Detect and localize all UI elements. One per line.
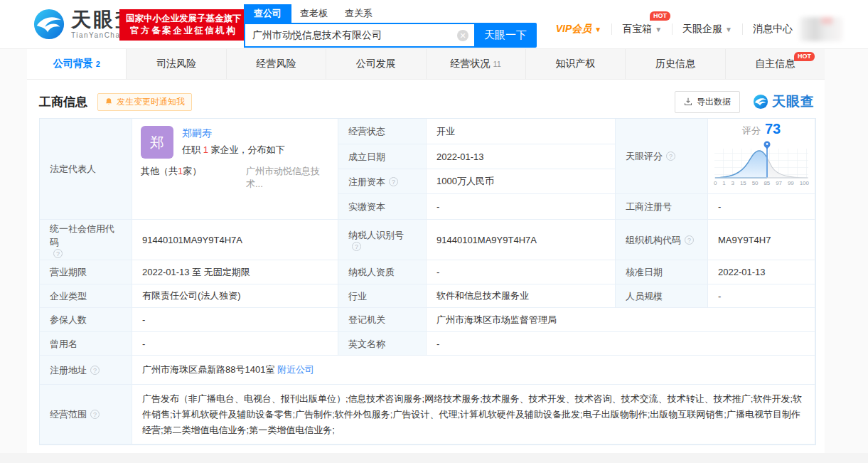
search-input-box: ✕ [244, 23, 474, 48]
tab-company-background[interactable]: 公司背景 2 [27, 49, 127, 79]
help-icon[interactable]: ? [352, 242, 361, 251]
gov-certification-badge: 国家中小企业发展子基金旗下 官方备案企业征信机构 [119, 9, 248, 41]
help-icon[interactable]: ? [90, 410, 100, 419]
field-value-english-name: - [427, 332, 815, 356]
legal-rep-role: 任职 1 家企业，分布如下 [182, 144, 284, 156]
message-center-label: 消息中心 [753, 23, 793, 36]
gov-badge-line1: 国家中小企业发展子基金旗下 [126, 13, 242, 25]
field-label-approval-date: 核准日期 [616, 260, 708, 284]
tab-history-info[interactable]: 历史信息 [626, 49, 725, 79]
help-icon[interactable]: ? [90, 366, 100, 375]
section-head: 工商信息 发生变更时通知我 导出数据 [39, 91, 815, 112]
header: 天眼查 TianYanCha.com 国家中小企业发展子基金旗下 官方备案企业征… [0, 0, 868, 49]
legal-rep-group: 其他（共1家） [141, 165, 246, 191]
tab-intellectual-property[interactable]: 知识产权 [526, 49, 626, 79]
divider [611, 23, 612, 35]
field-label-industry: 行业 [338, 284, 427, 308]
search-tab-relation[interactable]: 查关系 [336, 4, 381, 23]
download-icon [684, 97, 692, 106]
help-icon[interactable]: ? [685, 235, 694, 245]
field-value-authority: 广州市海珠区市场监督管理局 [427, 308, 815, 332]
tab-company-development[interactable]: 公司发展 [326, 49, 426, 79]
search-button[interactable]: 天眼一下 [474, 23, 537, 48]
field-value-uscc: 91440101MA9Y9T4H7A [132, 220, 338, 260]
search-area: 查公司 查老板 查关系 ✕ 天眼一下 [244, 5, 537, 48]
field-label-reg-no: 工商注册号 [616, 194, 708, 220]
watermark-logo: 天眼查 [753, 92, 815, 111]
field-label-scope: 经营范围? [40, 385, 132, 445]
field-value-term: 2022-01-13 至 无固定期限 [132, 260, 338, 284]
nearby-companies-link[interactable]: 附近公司 [277, 363, 314, 376]
field-label-authority: 登记机关 [338, 308, 427, 332]
user-avatar[interactable] [800, 17, 842, 41]
field-label-former-name: 曾用名 [40, 332, 132, 356]
legal-rep-company-link[interactable]: 广州市动悦信息技术... [246, 165, 329, 191]
tab-operation-risk[interactable]: 经营风险 [227, 49, 326, 79]
top-navigation: VIP会员 ▼ HOT 百宝箱 ▼ 天眼企服 ▼ 消息中心 [556, 17, 842, 41]
field-value-paid-capital: - [427, 194, 616, 220]
search-tab-company[interactable]: 查公司 [244, 4, 291, 23]
company-detail-card: 公司背景 2 司法风险 经营风险 公司发展 经营状况 11 知识产权 历史信息 [27, 49, 825, 453]
field-label-org-code: 组织机构代码? [616, 220, 708, 260]
tab-judicial-risk[interactable]: 司法风险 [127, 49, 226, 79]
score-value: 73 [765, 121, 781, 137]
tab-count: 2 [96, 60, 100, 68]
field-value-tianyan-score[interactable]: 评分73 [708, 119, 815, 194]
chevron-down-icon: ▼ [594, 26, 601, 33]
divider [672, 23, 673, 35]
field-label-reg-capital: 注册资本? [338, 169, 427, 194]
field-value-legal-rep: 郑 郑嗣寿 任职 1 家企业，分布如下 其他（共1家） 广州市动悦信息技术... [132, 119, 338, 220]
detail-tabstrip: 公司背景 2 司法风险 经营风险 公司发展 经营状况 11 知识产权 历史信息 [27, 49, 825, 80]
field-label-paid-capital: 实缴资本 [338, 194, 427, 220]
nav-toolbox[interactable]: HOT 百宝箱 ▼ [622, 23, 662, 36]
search-tab-boss[interactable]: 查老板 [291, 4, 336, 23]
score-caption: 评分73 [712, 121, 810, 139]
field-label-tianyan-score: 天眼评分? [616, 119, 708, 194]
field-label-status: 经营状态 [338, 119, 427, 144]
field-label-staff-size: 人员规模 [616, 284, 708, 308]
chevron-down-icon: ▼ [655, 26, 662, 33]
field-value-company-type: 有限责任公司(法人独资) [132, 284, 338, 308]
search-input[interactable] [252, 30, 457, 41]
tianyancha-watermark-icon [753, 94, 768, 110]
business-info-table: 法定代表人 郑 郑嗣寿 任职 1 家企业，分布如下 其他（共1家） [39, 118, 816, 445]
field-value-reg-capital: 1000万人民币 [427, 169, 616, 194]
enterprise-service-label: 天眼企服 [682, 23, 722, 36]
help-icon[interactable]: ? [389, 177, 398, 186]
tianyancha-logo-icon [33, 8, 65, 41]
tab-self-info[interactable]: 自主信息 HOT [726, 49, 825, 79]
export-data-button[interactable]: 导出数据 [675, 91, 740, 113]
field-value-reg-no: - [708, 194, 815, 220]
field-value-status: 开业 [427, 119, 616, 144]
page: 天眼查 TianYanCha.com 国家中小企业发展子基金旗下 官方备案企业征… [0, 0, 868, 463]
help-icon[interactable]: ? [53, 249, 63, 258]
field-value-address: 广州市海珠区鼎新路88号1401室 附近公司 [132, 356, 815, 385]
field-label-term: 营业期限 [40, 260, 132, 284]
field-label-insured: 参保人数 [40, 308, 132, 332]
field-label-company-type: 企业类型 [40, 284, 132, 308]
clear-search-icon[interactable]: ✕ [457, 30, 468, 41]
score-distribution-chart [714, 139, 809, 180]
nav-message-center[interactable]: 消息中心 [753, 23, 793, 36]
field-value-scope: 广告发布（非广播电台、电视台、报刊出版单位）;信息技术咨询服务;网络技术服务;技… [132, 385, 815, 445]
bell-icon [105, 97, 113, 106]
field-label-english-name: 英文名称 [338, 332, 427, 356]
notify-change-button[interactable]: 发生变更时通知我 [97, 93, 192, 111]
chevron-down-icon: ▼ [725, 26, 732, 33]
vip-label: VIP会员 [556, 23, 592, 36]
help-icon[interactable]: ? [666, 151, 675, 161]
legal-rep-avatar[interactable]: 郑 [141, 126, 173, 159]
field-value-taxpayer-id: 91440101MA9Y9T4H7A [427, 220, 616, 260]
hot-badge: HOT [650, 11, 670, 21]
footer-strip [0, 453, 868, 463]
legal-rep-name-link[interactable]: 郑嗣寿 [182, 127, 284, 139]
field-label-established: 成立日期 [338, 144, 427, 169]
field-value-org-code: MA9Y9T4H7 [708, 220, 815, 260]
nav-enterprise-service[interactable]: 天眼企服 ▼ [682, 23, 732, 36]
field-label-uscc: 统一社会信用代码? [40, 220, 132, 260]
hot-badge: HOT [794, 52, 815, 61]
nav-vip[interactable]: VIP会员 ▼ [556, 23, 601, 36]
tab-operating-status[interactable]: 经营状况 11 [427, 49, 526, 79]
toolbox-label: 百宝箱 [622, 23, 652, 36]
field-label-legal-rep: 法定代表人 [40, 119, 132, 220]
